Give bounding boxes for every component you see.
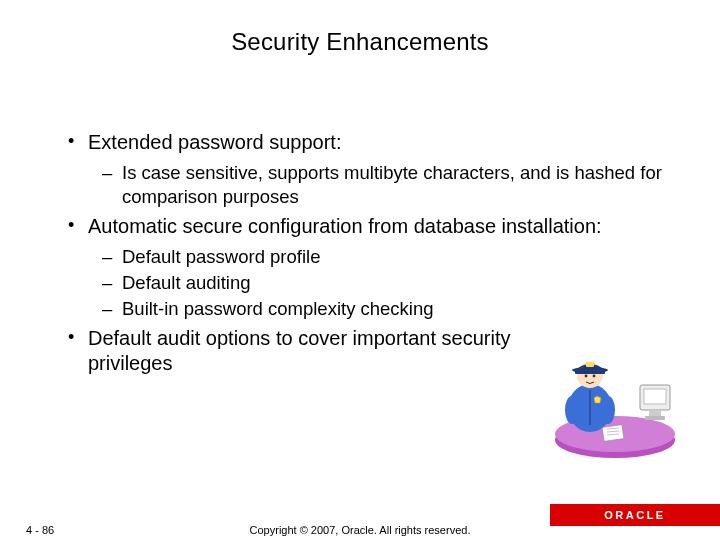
slide-footer: ORACLE 4 - 86 Copyright © 2007, Oracle. … <box>0 504 720 540</box>
bullet-text: Automatic secure configuration from data… <box>88 215 602 237</box>
bullet-text: Extended password support: <box>88 131 342 153</box>
security-guard-illustration-icon <box>545 330 685 460</box>
svg-rect-4 <box>649 410 661 416</box>
svg-point-20 <box>593 375 596 378</box>
page-number: 4 - 86 <box>0 524 54 536</box>
svg-point-17 <box>572 367 608 373</box>
svg-rect-6 <box>602 425 624 442</box>
svg-point-19 <box>585 375 588 378</box>
bullet-item: Extended password support: Is case sensi… <box>60 130 670 208</box>
sub-bullet-item: Built-in password complexity checking <box>88 297 670 321</box>
sub-bullet-item: Default password profile <box>88 245 670 269</box>
svg-rect-18 <box>586 362 594 367</box>
sub-bullet-item: Default auditing <box>88 271 670 295</box>
bullet-item: Automatic secure configuration from data… <box>60 214 670 320</box>
bullet-text: Default audit options to cover important… <box>88 327 510 374</box>
sub-bullet-item: Is case sensitive, supports multibyte ch… <box>88 161 670 208</box>
svg-point-12 <box>601 396 615 424</box>
svg-point-11 <box>565 396 579 424</box>
svg-rect-5 <box>645 416 665 420</box>
svg-rect-3 <box>644 389 666 404</box>
slide-title: Security Enhancements <box>0 0 720 56</box>
copyright-text: Copyright © 2007, Oracle. All rights res… <box>250 524 471 536</box>
